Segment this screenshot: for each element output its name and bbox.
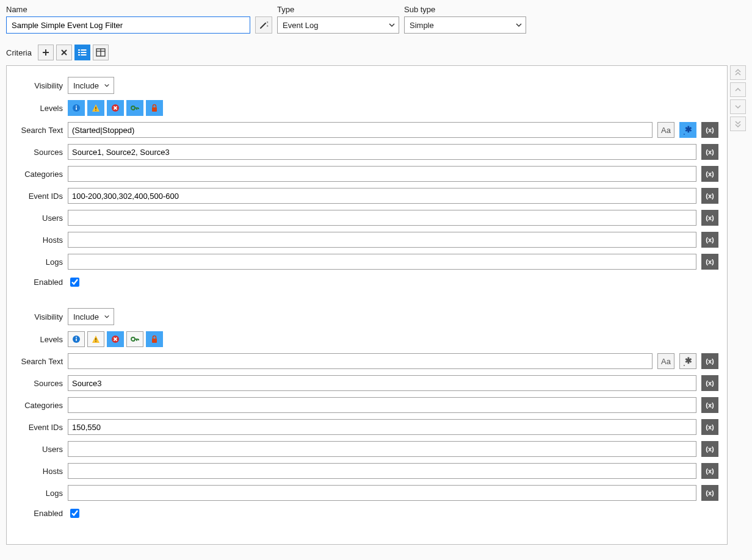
insert-variable-button[interactable]: (x)	[701, 485, 718, 501]
svg-rect-11	[78, 54, 80, 56]
users-input[interactable]	[68, 441, 696, 457]
key-icon	[130, 104, 140, 112]
insert-variable-button[interactable]: (x)	[701, 463, 718, 479]
enabled-checkbox[interactable]	[70, 509, 79, 518]
enabled-checkbox[interactable]	[70, 278, 79, 287]
svg-rect-35	[95, 341, 96, 342]
insert-variable-button[interactable]: (x)	[701, 144, 718, 160]
categories-label: Categories	[15, 401, 63, 410]
list-icon	[78, 48, 87, 57]
variable-icon: (x)	[706, 489, 714, 497]
level-key-toggle[interactable]	[126, 331, 143, 347]
move-up-button[interactable]	[730, 82, 746, 97]
logs-input[interactable]	[68, 254, 696, 270]
svg-rect-17	[76, 107, 77, 110]
insert-variable-button[interactable]: (x)	[701, 441, 718, 457]
variable-icon: (x)	[706, 445, 714, 453]
move-bottom-button[interactable]	[730, 117, 746, 131]
double-chevron-down-icon	[734, 120, 742, 128]
svg-point-25	[131, 106, 135, 110]
visibility-value: Include	[73, 312, 99, 321]
insert-variable-button[interactable]: (x)	[701, 122, 718, 138]
level-lock-toggle[interactable]	[146, 100, 163, 116]
list-view-button[interactable]	[74, 45, 90, 60]
variable-icon: (x)	[706, 258, 714, 265]
visibility-select[interactable]: Include	[68, 308, 114, 325]
subtype-select[interactable]: Simple	[404, 16, 526, 34]
search-text-label: Search Text	[15, 357, 63, 366]
variable-icon: (x)	[706, 401, 714, 409]
svg-rect-29	[152, 107, 157, 112]
visibility-label: Visibility	[15, 312, 63, 321]
case-sensitive-toggle[interactable]: Aa	[657, 353, 674, 369]
visibility-value: Include	[73, 81, 99, 90]
svg-text:x: x	[267, 24, 269, 27]
insert-variable-button[interactable]: (x)	[701, 375, 718, 391]
categories-input[interactable]	[68, 397, 696, 413]
categories-input[interactable]	[68, 166, 696, 182]
level-warn-toggle[interactable]	[87, 331, 104, 347]
level-lock-toggle[interactable]	[146, 331, 163, 347]
svg-rect-8	[81, 49, 86, 51]
lock-icon	[151, 335, 158, 343]
svg-point-32	[76, 337, 77, 338]
levels-label: Levels	[15, 335, 63, 344]
level-key-toggle[interactable]	[126, 100, 143, 116]
add-criteria-button[interactable]	[38, 45, 54, 60]
event-ids-input[interactable]	[68, 419, 696, 435]
hosts-input[interactable]	[68, 232, 696, 248]
level-info-toggle[interactable]	[68, 100, 85, 116]
insert-variable-button[interactable]: (x)	[701, 419, 718, 435]
users-input[interactable]	[68, 210, 696, 226]
regex-toggle[interactable]: .✱	[679, 353, 696, 369]
level-error-toggle[interactable]	[107, 100, 124, 116]
variable-icon: (x)	[706, 236, 714, 243]
sources-input[interactable]	[68, 144, 696, 160]
search-text-label: Search Text	[15, 126, 63, 135]
insert-variable-button[interactable]: (x)	[701, 188, 718, 204]
svg-rect-20	[95, 107, 96, 109]
case-sensitive-toggle[interactable]: Aa	[657, 122, 674, 138]
name-input[interactable]	[6, 16, 250, 34]
subtype-label: Sub type	[404, 5, 526, 14]
event-ids-input[interactable]	[68, 188, 696, 204]
type-select[interactable]: Event Log	[277, 16, 399, 34]
users-label: Users	[15, 445, 63, 454]
remove-criteria-button[interactable]	[56, 45, 72, 60]
hosts-label: Hosts	[15, 467, 63, 476]
regex-icon: .✱	[684, 124, 693, 136]
info-icon	[72, 335, 81, 343]
grid-view-button[interactable]	[93, 45, 109, 60]
users-label: Users	[15, 214, 63, 223]
level-error-toggle[interactable]	[107, 331, 124, 347]
logs-input[interactable]	[68, 485, 696, 501]
search-text-input[interactable]	[68, 353, 653, 369]
key-icon	[130, 335, 140, 343]
visibility-select[interactable]: Include	[68, 77, 114, 94]
search-text-input[interactable]	[68, 122, 653, 138]
logs-label: Logs	[15, 489, 63, 498]
visibility-label: Visibility	[15, 81, 63, 90]
svg-point-18	[76, 106, 77, 107]
sources-input[interactable]	[68, 375, 696, 391]
insert-variable-button[interactable]: (x)	[701, 232, 718, 248]
move-down-button[interactable]	[730, 99, 746, 114]
insert-variable-button[interactable]: (x)	[701, 166, 718, 182]
level-warn-toggle[interactable]	[87, 100, 104, 116]
insert-variable-button[interactable]: (x)	[701, 353, 718, 369]
level-info-toggle[interactable]	[68, 331, 85, 347]
categories-label: Categories	[15, 170, 63, 179]
hosts-input[interactable]	[68, 463, 696, 479]
enabled-label: Enabled	[15, 278, 63, 287]
generate-name-button[interactable]: x x	[255, 16, 272, 34]
case-sensitive-icon: Aa	[661, 357, 671, 366]
hosts-label: Hosts	[15, 235, 63, 245]
regex-toggle[interactable]: .✱	[679, 122, 696, 138]
insert-variable-button[interactable]: (x)	[701, 254, 718, 270]
plus-icon	[42, 48, 50, 57]
cross-icon	[60, 48, 68, 57]
move-top-button[interactable]	[730, 65, 746, 80]
insert-variable-button[interactable]: (x)	[701, 210, 718, 226]
grid-icon	[96, 48, 106, 57]
insert-variable-button[interactable]: (x)	[701, 397, 718, 413]
